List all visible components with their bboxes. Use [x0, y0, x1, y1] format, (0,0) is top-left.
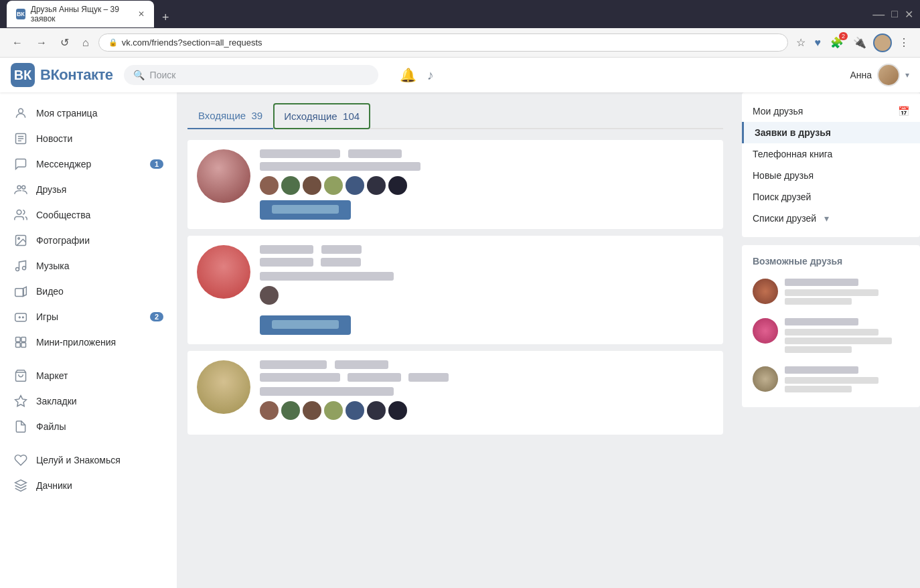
- svg-point-6: [22, 186, 25, 189]
- browser-navbar: ← → ↺ ⌂ 🔒 vk.com/friends?section=all_req…: [0, 28, 920, 58]
- pf-detail-2b: [785, 338, 892, 344]
- sidebar-item-mini-apps[interactable]: Мини-приложения: [0, 329, 177, 355]
- friend-avatar-2[interactable]: [197, 245, 250, 299]
- user-menu-chevron[interactable]: ▾: [905, 70, 909, 80]
- tab-outgoing[interactable]: Исходящие 104: [273, 103, 370, 129]
- mutual-avatar-5: [346, 176, 364, 195]
- sidebar-item-photos[interactable]: Фотографии: [0, 228, 177, 253]
- pf-avatar-3[interactable]: [753, 366, 778, 392]
- close-button[interactable]: ✕: [905, 8, 913, 21]
- friend-lists-chevron: ▾: [824, 213, 829, 224]
- back-button[interactable]: ←: [8, 34, 27, 52]
- minimize-button[interactable]: —: [872, 7, 885, 21]
- friend-name-3: [260, 360, 714, 371]
- mutual-avatar-4: [324, 176, 343, 195]
- tab-incoming[interactable]: Входящие 39: [187, 103, 273, 129]
- svg-marker-23: [15, 396, 27, 407]
- mini-apps-icon: [13, 335, 28, 350]
- messenger-icon: [13, 157, 28, 171]
- maximize-button[interactable]: □: [891, 8, 898, 20]
- sidebar-item-my-page[interactable]: Моя страница: [0, 100, 177, 126]
- vk-right-sidebar: Мои друзья 📅 Заявки в друзья Телефонная …: [734, 92, 920, 588]
- new-tab-button[interactable]: +: [157, 8, 175, 27]
- vk-user-avatar[interactable]: [877, 64, 900, 86]
- pf-info-2: [785, 318, 909, 353]
- svg-rect-12: [15, 289, 24, 297]
- bookmarks-icon: [13, 394, 28, 409]
- sidebar-item-news[interactable]: Новости: [0, 126, 177, 151]
- friend-requests-label: Заявки в друзья: [755, 127, 831, 138]
- vk-logo[interactable]: ВК ВКонтакте: [11, 63, 113, 87]
- sidebar-label-communities: Сообщества: [36, 210, 163, 220]
- sidebar-item-video[interactable]: Видео: [0, 279, 177, 304]
- right-nav-phone-book[interactable]: Телефонная книга: [742, 143, 920, 165]
- sidebar-label-my-page: Моя страница: [36, 108, 163, 119]
- friend-avatar-1[interactable]: [197, 149, 250, 203]
- mutual-avatar-3-2: [281, 401, 300, 420]
- svg-rect-21: [21, 343, 26, 348]
- pf-name-2: [785, 318, 858, 325]
- sidebar-item-communities[interactable]: Сообщества: [0, 202, 177, 228]
- active-tab[interactable]: ВК Друзья Анны Ящук – 39 заявок ✕: [7, 1, 154, 27]
- sidebar-item-dacha[interactable]: Дачники: [0, 473, 177, 498]
- home-button[interactable]: ⌂: [78, 34, 93, 52]
- mutual-avatar-2: [281, 176, 300, 195]
- browser-titlebar: ВК Друзья Анны Ящук – 39 заявок ✕ + — □ …: [0, 0, 920, 28]
- sidebar-item-friends[interactable]: Друзья: [0, 177, 177, 202]
- notifications-icon[interactable]: 🔔: [400, 67, 416, 83]
- vk-left-sidebar: Моя страница Новости Мессенджер 1: [0, 92, 177, 588]
- pf-avatar-2[interactable]: [753, 318, 778, 344]
- vk-content-area: Входящие 39 Исходящие 104: [177, 92, 734, 588]
- menu-button[interactable]: ⋮: [896, 33, 912, 52]
- sidebar-item-music[interactable]: Музыка: [0, 253, 177, 279]
- right-nav-new-friends[interactable]: Новые друзья: [742, 165, 920, 186]
- sidebar-label-files: Файлы: [36, 421, 163, 432]
- sidebar-label-market: Маркет: [36, 370, 163, 381]
- sidebar-label-dacha: Дачники: [36, 480, 163, 491]
- pf-detail-3b: [785, 386, 852, 392]
- sidebar-label-music: Музыка: [36, 261, 163, 271]
- tab-favicon: ВК: [16, 9, 25, 19]
- right-nav-my-friends[interactable]: Мои друзья 📅: [742, 100, 920, 122]
- bookmark-button[interactable]: ☆: [793, 33, 808, 52]
- pf-avatar-1[interactable]: [753, 279, 778, 304]
- svg-marker-13: [23, 287, 26, 296]
- sidebar-item-market[interactable]: Маркет: [0, 363, 177, 388]
- tab-close-button[interactable]: ✕: [138, 9, 145, 19]
- sidebar-item-bookmarks[interactable]: Закладки: [0, 388, 177, 414]
- right-nav-find-friends[interactable]: Поиск друзей: [742, 186, 920, 208]
- friend-detail-3b: [260, 387, 714, 397]
- friend-detail-blurred-3d: [260, 387, 394, 396]
- svg-point-7: [17, 210, 21, 215]
- dating-icon: [13, 453, 28, 467]
- right-nav-friend-requests[interactable]: Заявки в друзья: [742, 122, 920, 143]
- friend-action-btn-1[interactable]: [260, 200, 351, 220]
- friend-detail-blurred-3b: [348, 373, 401, 382]
- svg-rect-18: [16, 338, 21, 342]
- heart-icon-button[interactable]: ♥: [812, 34, 824, 52]
- sidebar-item-messenger[interactable]: Мессенджер 1: [0, 151, 177, 177]
- friend-detail-blurred-2b: [321, 258, 361, 267]
- sidebar-item-dating[interactable]: Целуй и Знакомься: [0, 447, 177, 473]
- right-nav-friend-lists[interactable]: Списки друзей ▾: [742, 208, 920, 229]
- friend-action-btn-2[interactable]: [260, 315, 351, 335]
- extension-button[interactable]: 🧩 2: [828, 33, 846, 52]
- puzzle-button[interactable]: 🔌: [850, 33, 869, 52]
- friend-detail-1: [260, 162, 714, 172]
- mutual-avatar-3-6: [367, 401, 386, 420]
- browser-profile-avatar[interactable]: [873, 33, 892, 52]
- reload-button[interactable]: ↺: [56, 33, 73, 52]
- calendar-icon[interactable]: 📅: [898, 106, 909, 117]
- vk-logo-text: ВКонтакте: [40, 66, 113, 84]
- friend-detail-blurred-3c: [408, 373, 449, 382]
- pf-name-3: [785, 366, 858, 374]
- mutual-avatar-1: [260, 176, 279, 195]
- friend-detail-blurred-3a: [260, 373, 340, 382]
- address-bar[interactable]: 🔒 vk.com/friends?section=all_requests: [98, 33, 788, 52]
- forward-button[interactable]: →: [32, 34, 51, 52]
- music-icon[interactable]: ♪: [427, 68, 434, 83]
- vk-search-bar[interactable]: 🔍 Поиск: [124, 65, 378, 85]
- friend-avatar-3[interactable]: [197, 360, 250, 414]
- sidebar-item-games[interactable]: Игры 2: [0, 304, 177, 329]
- sidebar-item-files[interactable]: Файлы: [0, 414, 177, 439]
